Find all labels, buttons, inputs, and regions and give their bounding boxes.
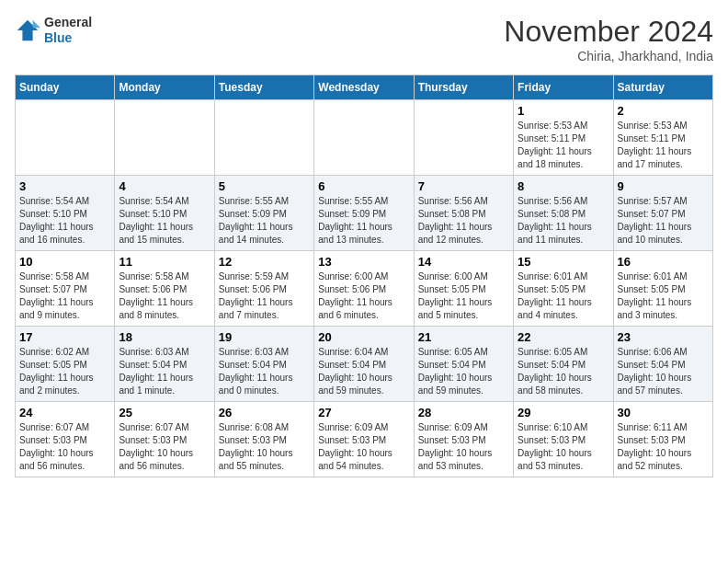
day-number: 26 [219,406,310,419]
calendar-day-cell: 20Sunrise: 6:04 AM Sunset: 5:04 PM Dayli… [314,327,414,402]
day-info: Sunrise: 6:11 AM Sunset: 5:03 PM Dayligh… [618,421,709,473]
day-info: Sunrise: 6:00 AM Sunset: 5:06 PM Dayligh… [318,270,409,322]
calendar-day-cell: 12Sunrise: 5:59 AM Sunset: 5:06 PM Dayli… [214,251,313,327]
day-number: 19 [219,330,310,344]
day-number: 24 [19,406,110,419]
day-info: Sunrise: 6:00 AM Sunset: 5:05 PM Dayligh… [418,270,509,322]
day-number: 1 [518,104,609,118]
day-number: 5 [219,179,310,193]
day-number: 12 [219,255,310,269]
title-block: November 2024 Chiria, Jharkhand, India [504,15,713,63]
calendar-day-cell [214,100,313,176]
month-title: November 2024 [504,15,713,49]
day-info: Sunrise: 6:04 AM Sunset: 5:04 PM Dayligh… [318,346,409,397]
calendar-day-cell: 16Sunrise: 6:01 AM Sunset: 5:05 PM Dayli… [613,251,712,327]
day-info: Sunrise: 6:05 AM Sunset: 5:04 PM Dayligh… [518,346,609,397]
calendar-week-row: 24Sunrise: 6:07 AM Sunset: 5:03 PM Dayli… [16,402,713,477]
day-info: Sunrise: 6:02 AM Sunset: 5:05 PM Dayligh… [19,346,110,397]
calendar-day-cell: 23Sunrise: 6:06 AM Sunset: 5:04 PM Dayli… [613,327,712,402]
weekday-header-cell: Tuesday [214,75,313,100]
calendar-day-cell [314,100,414,176]
day-info: Sunrise: 6:06 AM Sunset: 5:04 PM Dayligh… [618,346,709,397]
day-info: Sunrise: 5:55 AM Sunset: 5:09 PM Dayligh… [318,195,409,247]
calendar-day-cell: 17Sunrise: 6:02 AM Sunset: 5:05 PM Dayli… [16,327,115,402]
weekday-header-cell: Monday [115,75,214,100]
day-number: 11 [119,255,210,269]
day-number: 21 [418,330,509,344]
calendar-day-cell: 9Sunrise: 5:57 AM Sunset: 5:07 PM Daylig… [613,176,712,251]
calendar-table: SundayMondayTuesdayWednesdayThursdayFrid… [15,75,713,477]
calendar-day-cell: 22Sunrise: 6:05 AM Sunset: 5:04 PM Dayli… [514,327,613,402]
calendar-day-cell [115,100,214,176]
day-info: Sunrise: 6:09 AM Sunset: 5:03 PM Dayligh… [318,421,409,473]
day-info: Sunrise: 5:55 AM Sunset: 5:09 PM Dayligh… [219,195,310,247]
calendar-day-cell: 30Sunrise: 6:11 AM Sunset: 5:03 PM Dayli… [613,402,712,477]
weekday-header-cell: Thursday [414,75,513,100]
weekday-header-cell: Wednesday [314,75,414,100]
calendar-week-row: 17Sunrise: 6:02 AM Sunset: 5:05 PM Dayli… [16,327,713,402]
day-info: Sunrise: 5:54 AM Sunset: 5:10 PM Dayligh… [19,195,110,247]
calendar-day-cell: 24Sunrise: 6:07 AM Sunset: 5:03 PM Dayli… [16,402,115,477]
day-info: Sunrise: 5:54 AM Sunset: 5:10 PM Dayligh… [119,195,210,247]
logo-text: General Blue [44,15,92,46]
day-info: Sunrise: 6:01 AM Sunset: 5:05 PM Dayligh… [618,270,709,322]
logo: General Blue [15,15,92,46]
calendar-week-row: 10Sunrise: 5:58 AM Sunset: 5:07 PM Dayli… [16,251,713,327]
day-info: Sunrise: 5:57 AM Sunset: 5:07 PM Dayligh… [618,195,709,247]
day-number: 8 [518,179,609,193]
calendar-day-cell: 21Sunrise: 6:05 AM Sunset: 5:04 PM Dayli… [414,327,513,402]
calendar-day-cell: 2Sunrise: 5:53 AM Sunset: 5:11 PM Daylig… [613,100,712,176]
day-number: 30 [618,406,709,419]
calendar-day-cell: 15Sunrise: 6:01 AM Sunset: 5:05 PM Dayli… [514,251,613,327]
weekday-header-cell: Friday [514,75,613,100]
page-header: General Blue November 2024 Chiria, Jhark… [15,15,713,63]
day-number: 7 [418,179,509,193]
day-number: 4 [119,179,210,193]
calendar-week-row: 3Sunrise: 5:54 AM Sunset: 5:10 PM Daylig… [16,176,713,251]
calendar-day-cell: 18Sunrise: 6:03 AM Sunset: 5:04 PM Dayli… [115,327,214,402]
calendar-day-cell: 8Sunrise: 5:56 AM Sunset: 5:08 PM Daylig… [514,176,613,251]
calendar-day-cell: 14Sunrise: 6:00 AM Sunset: 5:05 PM Dayli… [414,251,513,327]
day-info: Sunrise: 6:07 AM Sunset: 5:03 PM Dayligh… [119,421,210,473]
day-info: Sunrise: 5:53 AM Sunset: 5:11 PM Dayligh… [518,120,609,171]
calendar-day-cell: 7Sunrise: 5:56 AM Sunset: 5:08 PM Daylig… [414,176,513,251]
calendar-week-row: 1Sunrise: 5:53 AM Sunset: 5:11 PM Daylig… [16,100,713,176]
weekday-header-cell: Sunday [16,75,115,100]
day-number: 10 [19,255,110,269]
day-number: 27 [318,406,409,419]
calendar-day-cell: 26Sunrise: 6:08 AM Sunset: 5:03 PM Dayli… [214,402,313,477]
calendar-day-cell [16,100,115,176]
calendar-day-cell: 1Sunrise: 5:53 AM Sunset: 5:11 PM Daylig… [514,100,613,176]
day-number: 3 [19,179,110,193]
weekday-header-row: SundayMondayTuesdayWednesdayThursdayFrid… [16,75,713,100]
day-info: Sunrise: 5:56 AM Sunset: 5:08 PM Dayligh… [518,195,609,247]
day-info: Sunrise: 6:10 AM Sunset: 5:03 PM Dayligh… [518,421,609,473]
day-number: 13 [318,255,409,269]
day-number: 25 [119,406,210,419]
day-info: Sunrise: 6:03 AM Sunset: 5:04 PM Dayligh… [219,346,310,397]
svg-marker-1 [33,20,40,28]
calendar-day-cell: 25Sunrise: 6:07 AM Sunset: 5:03 PM Dayli… [115,402,214,477]
day-info: Sunrise: 5:58 AM Sunset: 5:06 PM Dayligh… [119,270,210,322]
day-number: 29 [518,406,609,419]
day-info: Sunrise: 5:53 AM Sunset: 5:11 PM Dayligh… [618,120,709,171]
day-info: Sunrise: 6:08 AM Sunset: 5:03 PM Dayligh… [219,421,310,473]
calendar-day-cell [414,100,513,176]
location: Chiria, Jharkhand, India [504,49,713,63]
calendar-day-cell: 6Sunrise: 5:55 AM Sunset: 5:09 PM Daylig… [314,176,414,251]
day-info: Sunrise: 5:58 AM Sunset: 5:07 PM Dayligh… [19,270,110,322]
day-number: 16 [618,255,709,269]
calendar-day-cell: 13Sunrise: 6:00 AM Sunset: 5:06 PM Dayli… [314,251,414,327]
calendar-day-cell: 27Sunrise: 6:09 AM Sunset: 5:03 PM Dayli… [314,402,414,477]
calendar-day-cell: 19Sunrise: 6:03 AM Sunset: 5:04 PM Dayli… [214,327,313,402]
day-number: 17 [19,330,110,344]
day-info: Sunrise: 5:56 AM Sunset: 5:08 PM Dayligh… [418,195,509,247]
calendar-day-cell: 10Sunrise: 5:58 AM Sunset: 5:07 PM Dayli… [16,251,115,327]
day-info: Sunrise: 6:07 AM Sunset: 5:03 PM Dayligh… [19,421,110,473]
day-number: 2 [618,104,709,118]
day-number: 20 [318,330,409,344]
day-info: Sunrise: 5:59 AM Sunset: 5:06 PM Dayligh… [219,270,310,322]
day-info: Sunrise: 6:05 AM Sunset: 5:04 PM Dayligh… [418,346,509,397]
day-info: Sunrise: 6:03 AM Sunset: 5:04 PM Dayligh… [119,346,210,397]
logo-icon [15,17,40,43]
